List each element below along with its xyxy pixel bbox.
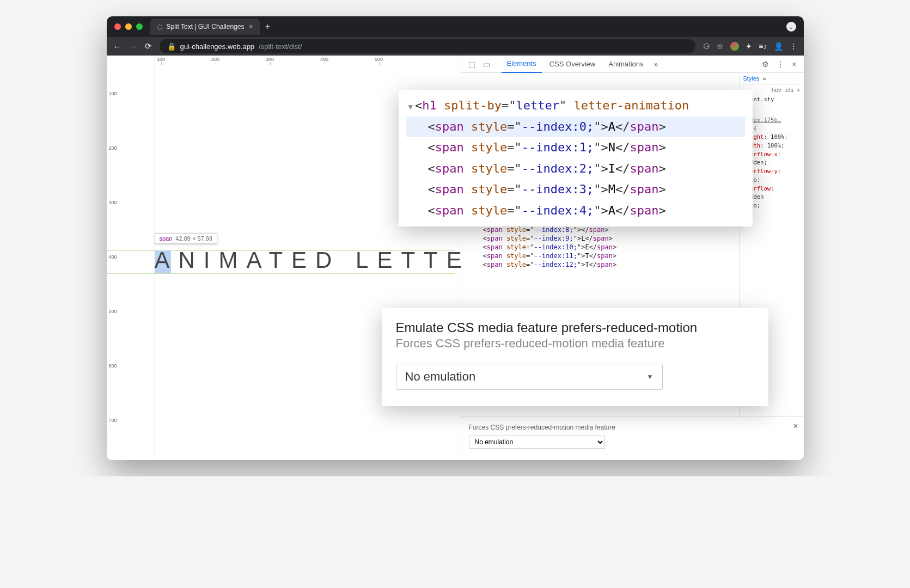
code-line[interactable]: <span style="--index:8;"></span> — [461, 225, 740, 234]
close-window-button[interactable] — [114, 23, 121, 30]
rendering-title: Emulate CSS media feature prefers-reduce… — [396, 320, 754, 335]
ruler-tick: 100 — [109, 91, 117, 96]
dropdown-value: No emulation — [405, 370, 476, 384]
code-line[interactable]: <span style="--index:9;">L</span> — [461, 234, 740, 243]
callout-rendering: Emulate CSS media feature prefers-reduce… — [382, 308, 768, 406]
window-controls — [114, 23, 143, 30]
ruler-tick: 400 — [320, 57, 328, 62]
rendering-description: Forces CSS prefers-reduced-motion media … — [396, 336, 754, 351]
url-path: /split-text/dist/ — [259, 42, 302, 51]
close-tab-button[interactable]: × — [248, 22, 253, 31]
browser-window: ◌ Split Text | GUI Challenges × + ⌄ ← → … — [107, 16, 804, 460]
rendering-drawer: × Forces CSS prefers-reduced-motion medi… — [461, 416, 804, 460]
url-domain: gui-challenges.web.app — [180, 42, 255, 51]
tab-title: Split Text | GUI Challenges — [167, 23, 245, 30]
extension-icon[interactable] — [730, 42, 739, 51]
extension-icons: ⚇ ☆ ✦ ≡♪ 👤 ⋮ — [703, 42, 797, 51]
tab-elements[interactable]: Elements — [502, 56, 542, 73]
ruler-tick: 200 — [109, 145, 117, 151]
hov-button[interactable]: hov — [772, 87, 781, 93]
inspect-icon[interactable]: ⬚ — [466, 60, 478, 69]
new-rule-button[interactable]: + — [797, 87, 800, 93]
tab-animations[interactable]: Animations — [603, 56, 649, 73]
code-line[interactable]: <span style="--index:1;">N</span> — [406, 137, 745, 158]
code-line[interactable]: <span style="--index:12;">T</span> — [461, 260, 740, 269]
url-bar: ← → ⟳ 🔒 gui-challenges.web.app/split-tex… — [107, 37, 804, 56]
ruler-tick: 300 — [109, 200, 117, 205]
reading-list-icon[interactable]: ≡♪ — [759, 42, 767, 51]
tooltip-dimensions: 42.09 × 57.93 — [175, 235, 212, 242]
code-line[interactable]: <span style="--index:10;">E</span> — [461, 243, 740, 252]
devtools-tabs: ⬚ ▭ Elements CSS Overview Animations » ⚙… — [461, 56, 804, 73]
settings-icon[interactable]: ⚙ — [759, 60, 772, 69]
back-button[interactable]: ← — [113, 42, 121, 51]
device-icon[interactable]: ▭ — [480, 60, 493, 69]
chevron-down-icon: ▼ — [647, 373, 654, 381]
tab-css-overview[interactable]: CSS Overview — [544, 56, 601, 73]
kebab-icon[interactable]: ⋮ — [774, 60, 787, 69]
code-line: ▼<h1 split-by="letter" letter-animation — [406, 95, 745, 117]
close-devtools-button[interactable]: × — [789, 60, 799, 69]
ruler-vertical: 100 200 300 400 500 600 700 800 — [107, 56, 122, 460]
ruler-tick: 100 — [157, 57, 165, 62]
maximize-window-button[interactable] — [136, 23, 143, 30]
lock-icon: 🔒 — [167, 42, 176, 51]
menu-icon[interactable]: ⋮ — [790, 42, 797, 51]
reload-button[interactable]: ⟳ — [145, 41, 152, 51]
code-line[interactable]: <span style="--index:0;">A</span> — [406, 117, 745, 138]
more-tabs-button[interactable]: » — [651, 60, 661, 69]
drawer-description: Forces CSS prefers-reduced-motion media … — [469, 424, 796, 431]
emulation-dropdown[interactable]: No emulation ▼ — [396, 364, 663, 390]
code-line[interactable]: <span style="--index:11;">T</span> — [461, 252, 740, 260]
forward-button[interactable]: → — [129, 42, 137, 51]
extensions-icon[interactable]: ✦ — [746, 42, 752, 51]
ruler-tick: 500 — [109, 309, 117, 314]
translate-icon[interactable]: ⚇ — [703, 42, 710, 51]
code-line[interactable]: <span style="--index:2;">I</span> — [406, 158, 745, 180]
account-icon[interactable]: ⌄ — [786, 22, 796, 32]
minimize-window-button[interactable] — [125, 23, 132, 30]
ruler-tick: 500 — [375, 57, 383, 62]
code-line[interactable]: <span style="--index:3;">M</span> — [406, 179, 745, 200]
titlebar: ◌ Split Text | GUI Challenges × + ⌄ — [107, 16, 804, 37]
bookmark-icon[interactable]: ☆ — [717, 42, 724, 51]
styles-tab[interactable]: Styles — [743, 75, 760, 82]
profile-icon[interactable]: 👤 — [774, 42, 783, 51]
ruler-horizontal: 100 200 300 400 500 — [107, 56, 455, 65]
tab-favicon: ◌ — [157, 23, 162, 30]
new-tab-button[interactable]: + — [265, 22, 270, 32]
expand-arrow-icon[interactable]: ▼ — [408, 102, 413, 111]
ruler-tick: 200 — [211, 57, 219, 62]
highlight-guide-h — [107, 273, 455, 274]
ruler-tick: 600 — [109, 363, 117, 369]
inspect-tooltip: span 42.09 × 57.93 — [155, 233, 217, 244]
emulation-select[interactable]: No emulation — [469, 436, 605, 449]
more-styles-tabs[interactable]: » — [762, 75, 766, 82]
cls-button[interactable]: .cls — [785, 87, 794, 93]
callout-code: ▼<h1 split-by="letter" letter-animation … — [399, 90, 753, 226]
ruler-tick: 300 — [266, 57, 274, 62]
tooltip-tag: span — [160, 235, 173, 242]
address-bar[interactable]: 🔒 gui-challenges.web.app/split-text/dist… — [160, 39, 696, 53]
ruler-tick: 400 — [109, 254, 117, 260]
close-drawer-button[interactable]: × — [793, 421, 798, 431]
browser-tab[interactable]: ◌ Split Text | GUI Challenges × — [150, 19, 260, 35]
code-line[interactable]: <span style="--index:4;">A</span> — [406, 200, 745, 222]
ruler-tick: 700 — [109, 418, 117, 423]
